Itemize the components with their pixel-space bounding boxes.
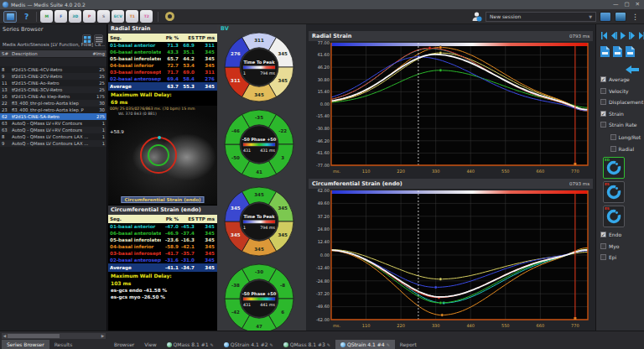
ecv-icon[interactable]: ECV [112,10,124,23]
mri-viewport[interactable]: 009/ 25 035/0276/863 ms. (70 bpm) 15 mm … [108,106,217,205]
overflow-menu-icon[interactable]: ⋮ [631,13,639,21]
option-average-checkbox[interactable]: ✓Average [600,74,643,86]
previous-frame-button[interactable] [609,31,617,39]
segment-row[interactable]: 03-basal inferoseptal71.769.0311 [108,69,217,76]
cell: 345 [195,49,216,55]
qtavi-icon[interactable]: S [97,10,110,23]
tab-qmass-8-1-1[interactable]: QMass 8.1 #1✎ [162,340,219,349]
series-row[interactable]: 13tf2d15-CINE-3CV-Retro25 [0,86,106,93]
qplaque-icon[interactable]: P [83,10,96,23]
endocardial-contour[interactable] [148,144,169,166]
t1-icon[interactable]: T1 [126,10,138,23]
qflow-icon[interactable]: F [55,10,67,23]
viewer-button[interactable] [3,11,17,23]
tab-qstrain-4-1-4[interactable]: QStrain 4.1 #4✎ [335,340,395,349]
bullseye-phase-plot[interactable]: -30-8647-42-38-50 Phase +50431441 ms [217,262,306,336]
tab-series-browser[interactable]: Series Browser [2,340,49,349]
bullseye-phase-plot[interactable]: -35-22341-50-46-50 Phase +50431431 ms [217,107,306,181]
series-horizontal-scrollbar[interactable]: ◀ ▶ [2,333,106,339]
tab-view[interactable]: View [139,340,161,349]
series-row[interactable]: 16tf2d15-CINE-Ao klep-Retro175 [0,93,106,100]
column-header[interactable]: Description [12,51,91,56]
segment-row[interactable]: 05-basal inferolateral65.744.2345 [108,55,217,62]
global-strain-text: es-gcs endo -41.58 % [108,287,217,294]
ring-tool-icon[interactable] [165,12,174,21]
series-row[interactable]: 8AutoQ - QMass LV Contours LAX ...1 [0,133,106,140]
column-header[interactable]: #Img [91,51,105,56]
segment-row[interactable]: 04-basal inferior72.753.4345 [108,62,217,69]
list-view-button[interactable] [94,34,103,44]
tab-report[interactable]: Report [395,340,422,349]
peak-marker [434,286,438,289]
last-frame-button[interactable] [636,31,644,39]
segment-value: 345 [254,92,264,97]
series-row[interactable]: 22fl3_400_thr-pl-retro-Aorta klep30 [0,100,106,107]
tab-results[interactable]: Results [49,340,78,349]
layout-2-icon[interactable] [615,12,626,22]
column-header[interactable]: S# [2,51,12,56]
session-select[interactable]: New session ▼ [486,12,596,22]
q3d-icon[interactable]: 3D [69,10,81,23]
segment-row[interactable]: 04-basal inferior-58.9-42.1345 [108,243,217,250]
series-row[interactable]: 9AutoQ - QMass LV Contours LAX ...1 [0,140,106,147]
maximize-icon[interactable]: ▢ [624,0,629,9]
tab-qstrain-4-1-2[interactable]: QStrain 4.1 #2✎ [219,340,278,349]
close-icon[interactable]: ✕ [636,0,640,9]
option-strain-checkbox[interactable]: ✓Strain [600,108,643,120]
axis-radial-checkbox[interactable]: Radial [610,143,641,155]
segment-row[interactable]: 01-basal anterior71.368.9311 [108,42,217,49]
segment-row[interactable]: 06-basal anterolateral43.335.1345 [108,49,217,55]
series-row[interactable]: 63AutoQ - QMass LV+RV Contours1 [0,120,106,127]
series-image-count: 1 [91,128,105,133]
help-button[interactable]: ? [24,13,29,21]
segment-row[interactable]: 01-basal anterior-47.0-45.3345 [108,223,217,230]
option-displacement-checkbox[interactable]: Displacement [600,96,643,108]
strain-marker-value: +58.9 [110,129,124,134]
export-movie-button[interactable] [626,44,635,60]
view-sax-2-button[interactable]: ES [603,181,625,203]
minimize-icon[interactable]: — [613,0,619,9]
series-description: AutoQ - QMass LV+RV Contours [12,128,91,133]
view-sax-1-button[interactable]: ED [603,157,625,179]
series-row[interactable]: 23fl3_400_thr-pl-retro-Aorta klep_P30 [0,107,106,113]
user-icon[interactable] [471,11,482,22]
chart-plot[interactable]: 77.0061.6046.2030.8015.400.00-15.40-30.8… [309,41,593,175]
layout-1-icon[interactable] [600,12,611,22]
layer-myo-checkbox[interactable]: Myo [600,241,621,253]
segment-row[interactable]: 02-basal anteroseptal-31.6-31.0345 [108,257,217,263]
bullseye-ttp-plot[interactable]: 311345345345311276Time To Peak1794 ms [217,30,306,104]
tab-browser[interactable]: Browser [109,340,139,349]
scrollbar-thumb[interactable] [8,334,60,338]
series-row[interactable]: 62tf2d15-CINE-SA-Retro275 [0,113,106,120]
t2-icon[interactable]: T2 [140,10,153,23]
option-strain-rate-checkbox[interactable]: Strain Rate [600,119,643,131]
play-button[interactable] [618,31,626,39]
segment-row[interactable]: 06-basal anterolateral-46.9-37.4345 [108,230,217,237]
segment-row[interactable]: 05-basal inferolateral-23.6-16.3345 [108,237,217,243]
view-sax-3-button[interactable]: ES [603,206,625,227]
series-row[interactable]: 8tf2d15-CINE-4CV-Retro25 [0,66,106,73]
export-image-button[interactable] [600,44,610,60]
segment-row[interactable]: 02-basal anteroseptal69.458.4276 [108,76,217,82]
grid-view-button[interactable] [82,34,91,44]
qmass-icon[interactable]: M [40,10,53,23]
series-row[interactable]: 11tf2d15-CINE-Ao-Retro25 [0,80,106,86]
tab-qmass-8-1-3[interactable]: QMass 8.1 #3✎ [278,340,335,349]
cell: 05-basal inferolateral [110,237,161,242]
edit-icon: ✎ [387,342,390,347]
layer-endo-checkbox[interactable]: ✓Endo [600,229,621,241]
chart-plot[interactable]: 62.0049.6037.2024.8012.400.00-12.40-24.8… [309,189,593,330]
bullseye-ttp-plot[interactable]: 345345345345345345Time To Peak1794 ms [217,185,306,258]
epicardial-contour[interactable] [140,137,177,174]
axis-long-rot-checkbox[interactable]: Long/Rot [610,132,641,143]
scroll-left-icon[interactable]: ◀ [2,334,8,338]
scroll-right-icon[interactable]: ▶ [100,334,106,338]
series-row[interactable]: 9tf2d15-CINE-2CV-Retro25 [0,73,106,80]
option-velocity-checkbox[interactable]: Velocity [600,86,643,97]
segment-row[interactable]: 03-basal inferoseptal-41.7-35.7345 [108,250,217,257]
layer-epi-checkbox[interactable]: Epi [600,252,621,263]
first-frame-button[interactable] [600,31,608,39]
export-data-button[interactable] [613,44,622,60]
next-frame-button[interactable] [627,31,636,39]
series-row[interactable]: 63AutoQ - QMass LV+RV Contours1 [0,127,106,133]
